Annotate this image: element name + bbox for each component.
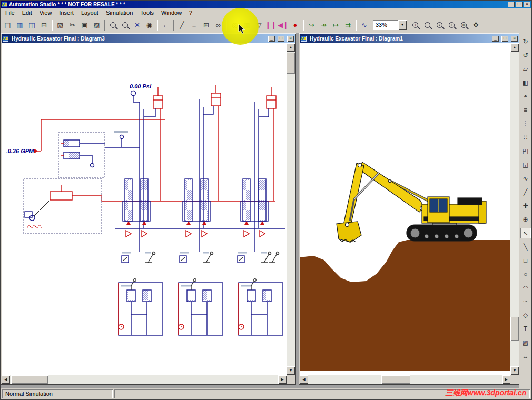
new-button[interactable]: ▤ [2,19,14,31]
zoom-page-button[interactable]: ▫ [446,19,458,31]
save-button[interactable]: ◫ [26,19,38,31]
zoom-value[interactable]: 33% [373,20,398,30]
scroll-left-button[interactable]: ◀ [2,375,10,384]
menu-view[interactable]: View [36,8,56,17]
line-draw-button[interactable]: ╲ [520,242,531,252]
open-button[interactable]: ▥ [14,19,26,31]
component-search-button[interactable]: ✕ [131,19,143,31]
arc-tool-button[interactable]: ◠ [520,283,531,293]
draw-link-button[interactable]: ╱ [520,187,531,197]
valve-group-2[interactable] [183,179,210,237]
step-into-button[interactable]: ↪ [306,19,318,31]
pressure-gauge[interactable]: 0.00 Psi [114,83,152,147]
relief-valve-box[interactable] [58,133,105,177]
fit-view-button[interactable]: ↔ [520,351,531,362]
flow-meter[interactable]: -0.36 GPM [6,148,38,154]
polygon-tool-button[interactable]: ◇ [520,310,531,321]
zoom-combo[interactable]: 33% ▼ [373,20,407,31]
diagram3-canvas[interactable]: 0.00 Psi [2,43,287,375]
step-out-button[interactable]: ↦ [330,19,342,31]
image-tool-button[interactable]: ▨ [520,337,531,348]
zoom-out-button[interactable]: − [421,19,434,31]
scroll-down-button[interactable]: ▼ [287,366,295,375]
ellipse-tool-button[interactable]: ○ [520,269,531,279]
distribute-button[interactable]: ⋮ [520,118,531,129]
zoom-window-button[interactable]: ▪ [434,19,446,31]
menu-help[interactable]: ? [185,8,196,17]
pan-button[interactable]: ✥ [470,19,482,31]
scroll-left-button[interactable]: ◀ [300,375,308,384]
excavator-tracks[interactable] [407,225,477,241]
line-tool-button[interactable]: ╱ [176,19,188,31]
send-to-back-button[interactable]: ◱ [520,159,531,170]
rotate-ccw-button[interactable]: ↺ [520,50,531,61]
print-button[interactable]: ⊟ [38,19,50,31]
close-button[interactable]: × [524,2,530,7]
vscroll-thumb[interactable] [287,53,295,74]
valve-group-1[interactable] [123,179,150,237]
scroll-down-button[interactable]: ▼ [510,366,519,375]
scroll-right-button[interactable]: ▶ [502,375,510,384]
flip-vertical-button[interactable]: ◓ [520,91,531,102]
grid-button[interactable]: ⊞ [200,19,212,31]
play-pause-button[interactable]: ◀❙ [277,19,289,31]
sub-circuit-1[interactable] [119,279,163,335]
pause-button[interactable]: ❙❙ [265,19,277,31]
hscroll-thumb[interactable] [381,375,410,384]
flip-horizontal-button[interactable]: ◧ [520,77,531,88]
diagram1-hscrollbar[interactable]: ◀ ▶ [300,375,510,384]
diagram3-maximize-button[interactable]: □ [278,36,284,42]
hscroll-thumb[interactable] [11,375,48,384]
zoom-selection-button[interactable] [119,19,131,31]
bring-to-front-button[interactable]: ◰ [520,146,531,156]
menu-file[interactable]: File [2,8,18,17]
menu-insert[interactable]: Insert [55,8,77,17]
pointer-tool-button[interactable]: ↖ [520,228,531,238]
curve-tool-button[interactable]: ∽ [520,296,531,307]
step-over-button[interactable]: ↠ [318,19,330,31]
menu-window[interactable]: Window [157,8,185,17]
probe-tool-button[interactable]: ⊕ [520,214,531,225]
minimize-button[interactable]: _ [508,2,515,7]
maximize-button[interactable]: □ [516,2,523,7]
diagram1-close-button[interactable]: × [511,36,518,42]
excavator-cab[interactable] [428,197,449,223]
copy-button[interactable]: ▣ [78,19,91,31]
cylinder-group[interactable] [153,85,276,108]
diagram1-vscrollbar[interactable]: ▲ ▼ [510,43,519,375]
diagram1-canvas[interactable] [300,43,510,375]
diagram3-vscrollbar[interactable]: ▲ ▼ [287,43,295,375]
rotate-cw-button[interactable]: ↻ [520,36,531,47]
menu-simulation[interactable]: Simulation [102,8,136,17]
zoom-all-button[interactable]: ∗ [458,19,470,31]
dropdown-arrow-icon[interactable]: ▼ [398,20,407,30]
diagram3-hscrollbar[interactable]: ◀ ▶ [2,375,287,384]
scroll-right-button[interactable]: ▶ [278,375,287,384]
pump-unit[interactable] [24,179,102,234]
return-lines[interactable] [105,99,285,252]
insert-point-button[interactable]: ✚ [520,201,531,211]
diagram1-maximize-button[interactable]: □ [501,36,508,42]
sub-circuit-3[interactable] [239,279,283,335]
paste-button[interactable]: ▨ [91,19,103,31]
sub-circuit-2[interactable] [179,279,223,335]
scroll-up-button[interactable]: ▲ [510,43,519,52]
diagram1-minimize-button[interactable]: _ [492,36,499,42]
plot-button[interactable]: ∿ [358,19,370,31]
diagram3-close-button[interactable]: × [287,36,294,42]
pilot-control-1[interactable] [122,252,155,263]
menu-tools[interactable]: Tools [136,8,157,17]
run-to-button[interactable]: ⇉ [342,19,354,31]
snap-grid-button[interactable]: ∷ [520,132,531,143]
app-titlebar[interactable]: AS Automation Studio * * * NOT FOR RESAL… [1,1,531,8]
preview-button[interactable]: ▧ [54,19,66,31]
vscroll-thumb[interactable] [510,317,519,341]
zoom-in-button[interactable]: + [409,19,421,31]
pilot-control-3[interactable] [238,252,271,263]
snapshot-button[interactable]: ◉ [143,19,155,31]
undo-button[interactable]: ← [160,19,172,31]
diagram3-minimize-button[interactable]: _ [268,36,275,42]
connector-tool-button[interactable]: ∿ [520,173,531,184]
menu-layout[interactable]: Layout [77,8,102,17]
polyline-tool-button[interactable]: ≡ [188,19,200,31]
